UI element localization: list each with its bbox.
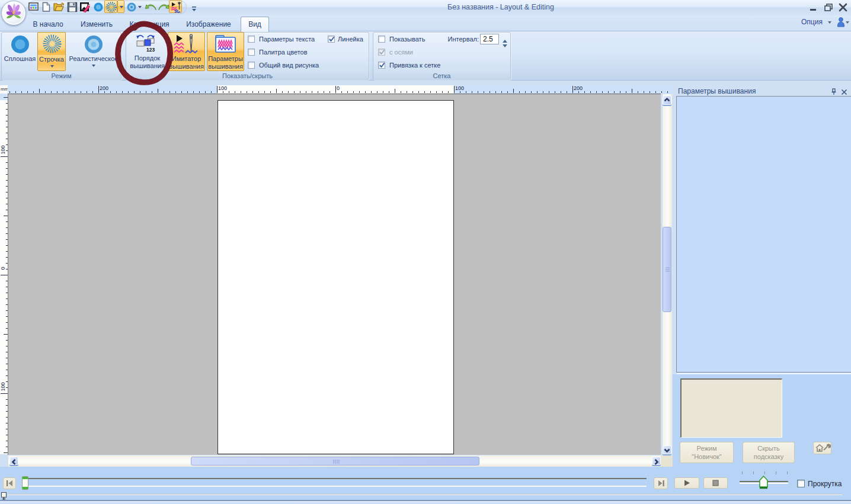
button-label-line: подсказку [743,452,794,461]
expand-box[interactable] [1,492,7,497]
interval-spin-down[interactable] [501,40,508,50]
ruler-tick [644,91,644,93]
tab-composition[interactable]: Композиция [126,18,173,31]
speed-tick [742,471,743,474]
hide-hint-button[interactable]: Скрыть подсказку [743,442,795,463]
color-palette-checkbox[interactable] [248,49,255,56]
export-image-button[interactable] [79,2,90,12]
stitch-mode-button[interactable]: Строчка [37,32,66,71]
ruler-tick [294,91,295,93]
beginner-mode-button[interactable]: Режим "Новичок" [680,442,734,463]
horizontal-scrollbar[interactable] [8,455,661,467]
ruler-tick-label: 100 [218,85,227,91]
ruler-tick [92,91,93,93]
stitch-view-dropdown[interactable] [117,0,124,13]
vertical-scroll-thumb[interactable] [663,227,671,312]
scroll-checkbox[interactable] [797,480,805,487]
skip-to-end-button[interactable] [654,477,668,489]
undo-button[interactable] [145,3,156,14]
solid-view-button[interactable] [93,2,104,12]
option-menu[interactable]: Опция [801,18,823,26]
open-folder-button[interactable] [53,2,64,12]
stop-button[interactable] [703,477,728,489]
design-page[interactable] [217,100,454,454]
sewing-attributes-button[interactable]: Параметры вышивания [207,32,244,71]
ruler-tick [667,91,668,93]
close-button[interactable] [837,2,850,12]
ruler-tick [395,89,395,93]
scroll-left-button[interactable] [9,457,18,465]
option-dropdown-icon[interactable] [828,21,831,24]
ruler-tick [223,91,223,93]
dropdown-caret-icon [846,21,849,24]
ruler-tick [484,91,484,93]
stop-icon [704,478,727,488]
design-overview-label: Общий вид рисунка [259,62,319,69]
ruler-tick [561,91,561,93]
user-dropdown-icon[interactable] [846,21,849,24]
timeline-track[interactable] [28,478,647,487]
redo-button[interactable] [158,3,168,14]
speed-slider-handle[interactable] [759,476,768,489]
ruler-tick [495,91,496,93]
ruler-tick [549,91,549,93]
check-icon [328,36,335,43]
restore-button[interactable] [823,2,834,12]
skip-to-start-button[interactable] [3,477,16,489]
qat-customize-button[interactable] [191,5,198,15]
grid-snap-checkbox[interactable] [378,62,385,69]
button-label-line: "Новичок" [680,452,733,461]
ruler-tick [164,91,164,93]
text-attributes-checkbox[interactable] [248,36,255,43]
stitch-order-button[interactable]: 123 Порядок вышивания [129,32,166,71]
tab-home[interactable]: В начало [30,18,66,31]
scroll-right-button[interactable] [652,457,661,465]
grid-show-checkbox[interactable] [378,36,385,43]
stitch-view-button[interactable] [104,0,117,13]
skip-start-icon [4,478,15,489]
ruler-tick [572,86,573,93]
scroll-down-button[interactable] [663,445,671,454]
realistic-view-dropdown[interactable] [138,6,142,8]
design-settings-icon [28,2,39,12]
ruler-tick [412,91,413,93]
stitch-simulator-panel-button[interactable]: Имитатор вышивания [168,32,205,71]
ruler-checkbox[interactable] [328,36,335,43]
ribbon-group-show-hide-label: Показать/скрыть [126,72,369,80]
minimize-button[interactable] [807,2,819,12]
play-button[interactable] [674,477,699,489]
ruler-tick [158,89,158,93]
ruler-tick [525,91,526,93]
speed-tick [776,471,776,474]
design-settings-button[interactable] [28,2,39,12]
timeline-handle[interactable] [22,476,28,490]
solid-mode-button[interactable]: Сплошная [3,33,37,70]
ruler-tick [247,91,247,93]
interval-input[interactable]: 2.5 [480,34,499,44]
new-document-button[interactable] [41,2,52,12]
vertical-scrollbar[interactable] [663,94,672,455]
ruler-tick [537,91,538,93]
realistic-view-button[interactable] [126,2,137,12]
save-button[interactable] [67,2,78,12]
tab-edit[interactable]: Изменить [77,18,116,31]
tab-view[interactable]: Вид [241,17,269,32]
design-overview-checkbox[interactable] [248,62,255,69]
thumb-grip-icon [663,227,672,313]
grid-axes-checkbox[interactable] [378,49,385,56]
grid-show-label: Показывать [389,36,425,43]
stitch-simulator-button[interactable] [169,0,182,13]
chevron-left-icon [10,458,18,466]
ruler-tick [626,91,626,93]
ruler-tick [329,91,330,93]
tab-image[interactable]: Изображение [181,18,236,31]
horizontal-scroll-thumb[interactable] [191,457,479,466]
application-button[interactable] [1,1,26,25]
user-button[interactable] [837,17,845,30]
home-settings-button[interactable] [813,442,831,454]
realistic-mode-button[interactable]: Реалистическое [67,33,120,70]
splitter-line[interactable] [8,494,842,495]
ruler-tick [638,91,638,93]
scroll-up-button[interactable] [663,95,671,105]
ruler-tick [531,91,532,93]
